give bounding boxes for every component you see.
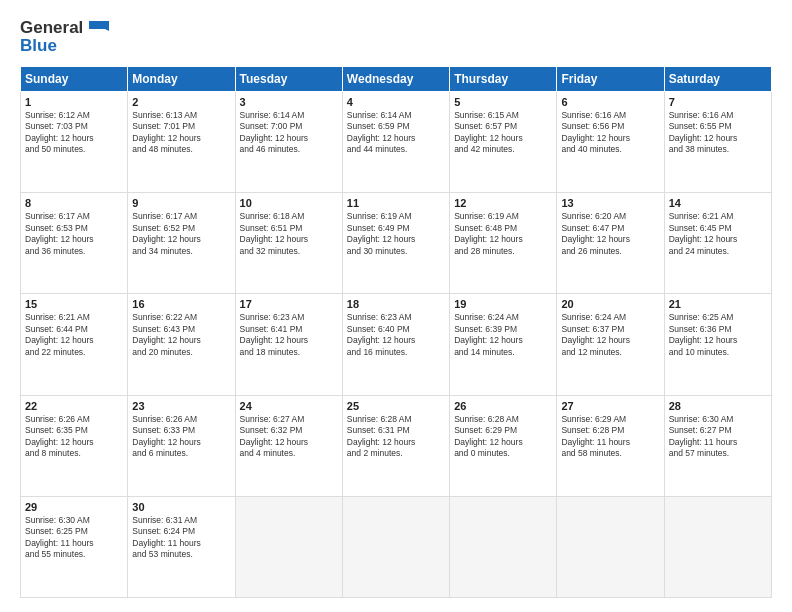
table-row: 7Sunrise: 6:16 AMSunset: 6:55 PMDaylight… [664,92,771,193]
table-row: 15Sunrise: 6:21 AMSunset: 6:44 PMDayligh… [21,294,128,395]
table-row: 26Sunrise: 6:28 AMSunset: 6:29 PMDayligh… [450,395,557,496]
day-number: 13 [561,197,659,209]
table-row: 5Sunrise: 6:15 AMSunset: 6:57 PMDaylight… [450,92,557,193]
day-detail: Sunrise: 6:30 AMSunset: 6:27 PMDaylight:… [669,414,767,460]
calendar-week-row: 29Sunrise: 6:30 AMSunset: 6:25 PMDayligh… [21,496,772,597]
calendar-week-row: 1Sunrise: 6:12 AMSunset: 7:03 PMDaylight… [21,92,772,193]
day-number: 7 [669,96,767,108]
table-row: 9Sunrise: 6:17 AMSunset: 6:52 PMDaylight… [128,193,235,294]
day-detail: Sunrise: 6:31 AMSunset: 6:24 PMDaylight:… [132,515,230,561]
table-row [235,496,342,597]
logo-blue: Blue [20,36,57,56]
day-detail: Sunrise: 6:22 AMSunset: 6:43 PMDaylight:… [132,312,230,358]
col-saturday: Saturday [664,67,771,92]
day-number: 21 [669,298,767,310]
day-detail: Sunrise: 6:13 AMSunset: 7:01 PMDaylight:… [132,110,230,156]
col-sunday: Sunday [21,67,128,92]
table-row: 16Sunrise: 6:22 AMSunset: 6:43 PMDayligh… [128,294,235,395]
table-row: 18Sunrise: 6:23 AMSunset: 6:40 PMDayligh… [342,294,449,395]
day-number: 30 [132,501,230,513]
day-detail: Sunrise: 6:14 AMSunset: 6:59 PMDaylight:… [347,110,445,156]
day-detail: Sunrise: 6:28 AMSunset: 6:29 PMDaylight:… [454,414,552,460]
day-detail: Sunrise: 6:24 AMSunset: 6:37 PMDaylight:… [561,312,659,358]
table-row: 17Sunrise: 6:23 AMSunset: 6:41 PMDayligh… [235,294,342,395]
day-detail: Sunrise: 6:17 AMSunset: 6:52 PMDaylight:… [132,211,230,257]
day-number: 17 [240,298,338,310]
day-number: 2 [132,96,230,108]
day-number: 16 [132,298,230,310]
day-detail: Sunrise: 6:21 AMSunset: 6:44 PMDaylight:… [25,312,123,358]
day-detail: Sunrise: 6:23 AMSunset: 6:40 PMDaylight:… [347,312,445,358]
day-detail: Sunrise: 6:26 AMSunset: 6:35 PMDaylight:… [25,414,123,460]
day-number: 1 [25,96,123,108]
col-monday: Monday [128,67,235,92]
calendar-header-row: Sunday Monday Tuesday Wednesday Thursday… [21,67,772,92]
day-detail: Sunrise: 6:19 AMSunset: 6:48 PMDaylight:… [454,211,552,257]
col-friday: Friday [557,67,664,92]
table-row: 20Sunrise: 6:24 AMSunset: 6:37 PMDayligh… [557,294,664,395]
col-thursday: Thursday [450,67,557,92]
day-detail: Sunrise: 6:20 AMSunset: 6:47 PMDaylight:… [561,211,659,257]
table-row: 22Sunrise: 6:26 AMSunset: 6:35 PMDayligh… [21,395,128,496]
day-detail: Sunrise: 6:29 AMSunset: 6:28 PMDaylight:… [561,414,659,460]
day-number: 27 [561,400,659,412]
day-detail: Sunrise: 6:15 AMSunset: 6:57 PMDaylight:… [454,110,552,156]
day-number: 3 [240,96,338,108]
day-detail: Sunrise: 6:25 AMSunset: 6:36 PMDaylight:… [669,312,767,358]
day-detail: Sunrise: 6:30 AMSunset: 6:25 PMDaylight:… [25,515,123,561]
table-row [664,496,771,597]
table-row: 2Sunrise: 6:13 AMSunset: 7:01 PMDaylight… [128,92,235,193]
table-row: 11Sunrise: 6:19 AMSunset: 6:49 PMDayligh… [342,193,449,294]
day-detail: Sunrise: 6:16 AMSunset: 6:56 PMDaylight:… [561,110,659,156]
header: General Blue [20,18,772,56]
calendar-table: Sunday Monday Tuesday Wednesday Thursday… [20,66,772,598]
day-number: 15 [25,298,123,310]
day-detail: Sunrise: 6:23 AMSunset: 6:41 PMDaylight:… [240,312,338,358]
table-row: 19Sunrise: 6:24 AMSunset: 6:39 PMDayligh… [450,294,557,395]
day-detail: Sunrise: 6:17 AMSunset: 6:53 PMDaylight:… [25,211,123,257]
table-row: 30Sunrise: 6:31 AMSunset: 6:24 PMDayligh… [128,496,235,597]
day-number: 8 [25,197,123,209]
day-number: 25 [347,400,445,412]
table-row: 6Sunrise: 6:16 AMSunset: 6:56 PMDaylight… [557,92,664,193]
day-number: 6 [561,96,659,108]
day-number: 4 [347,96,445,108]
table-row: 23Sunrise: 6:26 AMSunset: 6:33 PMDayligh… [128,395,235,496]
day-number: 28 [669,400,767,412]
day-number: 19 [454,298,552,310]
day-detail: Sunrise: 6:18 AMSunset: 6:51 PMDaylight:… [240,211,338,257]
day-detail: Sunrise: 6:21 AMSunset: 6:45 PMDaylight:… [669,211,767,257]
table-row: 13Sunrise: 6:20 AMSunset: 6:47 PMDayligh… [557,193,664,294]
table-row: 14Sunrise: 6:21 AMSunset: 6:45 PMDayligh… [664,193,771,294]
day-number: 29 [25,501,123,513]
col-wednesday: Wednesday [342,67,449,92]
day-number: 20 [561,298,659,310]
day-number: 22 [25,400,123,412]
table-row: 29Sunrise: 6:30 AMSunset: 6:25 PMDayligh… [21,496,128,597]
table-row: 28Sunrise: 6:30 AMSunset: 6:27 PMDayligh… [664,395,771,496]
day-detail: Sunrise: 6:14 AMSunset: 7:00 PMDaylight:… [240,110,338,156]
day-number: 24 [240,400,338,412]
day-detail: Sunrise: 6:28 AMSunset: 6:31 PMDaylight:… [347,414,445,460]
calendar-week-row: 8Sunrise: 6:17 AMSunset: 6:53 PMDaylight… [21,193,772,294]
logo-flag-icon [87,19,109,37]
table-row: 4Sunrise: 6:14 AMSunset: 6:59 PMDaylight… [342,92,449,193]
day-detail: Sunrise: 6:19 AMSunset: 6:49 PMDaylight:… [347,211,445,257]
page: General Blue Sunday Monday Tuesday Wedne… [0,0,792,612]
table-row [557,496,664,597]
day-detail: Sunrise: 6:16 AMSunset: 6:55 PMDaylight:… [669,110,767,156]
table-row: 21Sunrise: 6:25 AMSunset: 6:36 PMDayligh… [664,294,771,395]
table-row: 3Sunrise: 6:14 AMSunset: 7:00 PMDaylight… [235,92,342,193]
day-detail: Sunrise: 6:12 AMSunset: 7:03 PMDaylight:… [25,110,123,156]
day-detail: Sunrise: 6:26 AMSunset: 6:33 PMDaylight:… [132,414,230,460]
col-tuesday: Tuesday [235,67,342,92]
logo-general: General [20,18,83,38]
day-detail: Sunrise: 6:24 AMSunset: 6:39 PMDaylight:… [454,312,552,358]
day-number: 9 [132,197,230,209]
day-number: 23 [132,400,230,412]
calendar-week-row: 15Sunrise: 6:21 AMSunset: 6:44 PMDayligh… [21,294,772,395]
table-row: 12Sunrise: 6:19 AMSunset: 6:48 PMDayligh… [450,193,557,294]
table-row: 27Sunrise: 6:29 AMSunset: 6:28 PMDayligh… [557,395,664,496]
day-number: 14 [669,197,767,209]
table-row: 10Sunrise: 6:18 AMSunset: 6:51 PMDayligh… [235,193,342,294]
